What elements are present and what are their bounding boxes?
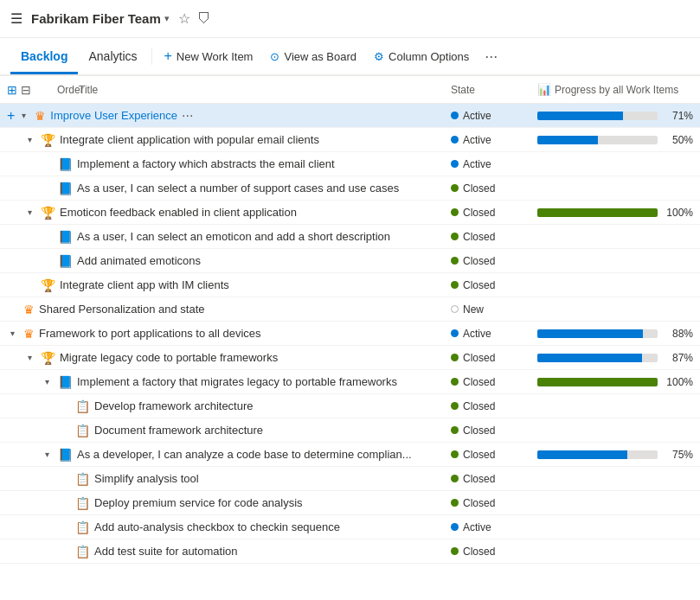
row-title[interactable]: Add auto-analysis checkbox to checkin se… [94,520,340,533]
story-icon: 📘 [58,448,73,462]
epic-icon: ♛ [23,327,35,341]
state-label: Closed [463,279,495,291]
row-title[interactable]: Emoticon feedback enabled in client appl… [60,206,297,219]
epic-icon: ♛ [23,303,35,316]
table-row: ▾ 🏆 Integrate client application with po… [0,128,700,152]
collapse-toggle[interactable]: ▾ [10,329,21,338]
hamburger-icon[interactable]: ☰ [10,10,22,27]
task-icon: 📋 [75,472,90,486]
collapse-toggle[interactable]: ▾ [45,377,55,386]
row-state: Closed [451,255,537,267]
app-container: ☰ Fabrikam Fiber Team ▾ ☆ ⛉ Backlog Anal… [0,0,700,600]
work-items-list: + ▾ ♛ Improve User Experience ··· Active… [0,104,700,600]
state-label: Active [463,158,491,170]
collapse-toggle[interactable]: ▾ [28,135,38,144]
progress-bar [537,450,658,459]
column-options-button[interactable]: ⚙ Column Options [365,45,478,68]
progress-bar [537,354,658,362]
state-dot [451,160,459,168]
state-dot [451,402,459,410]
row-progress: 87% [537,352,693,364]
add-row-icon[interactable]: ⊞ [7,83,17,97]
state-label: Active [463,110,491,122]
team-name-dropdown-icon[interactable]: ▾ [164,13,170,24]
order-header: Order [31,84,79,96]
state-dot [451,499,459,507]
row-title[interactable]: Integrate client application with popula… [60,133,319,146]
state-label: Closed [463,424,495,437]
state-dot [451,475,459,482]
table-row: ▾ 📘 As a developer, I can analyze a code… [0,443,700,467]
task-icon: 📋 [75,545,90,559]
row-title[interactable]: Migrate legacy code to portable framewor… [60,351,278,364]
state-dot [451,305,459,313]
table-row: 📘 As a user, I can select a number of su… [0,176,700,201]
person-icon[interactable]: ⛉ [197,11,211,27]
table-row: 📋 Simplify analysis tool Closed [0,467,700,491]
row-title[interactable]: As a user, I can select an emoticon and … [77,230,390,243]
state-label: Closed [463,231,495,243]
row-more-button[interactable]: ··· [182,108,193,124]
state-dot [451,136,459,144]
view-as-board-button[interactable]: ⊙ View as Board [261,45,365,68]
row-state: Active [451,328,537,340]
row-progress: 71% [537,110,693,122]
row-progress: 50% [537,134,693,146]
state-label: Closed [463,473,495,485]
state-dot [451,184,459,192]
row-title[interactable]: Framework to port applications to all de… [39,327,261,340]
row-title[interactable]: Add test suite for automation [94,545,237,558]
row-title[interactable]: Improve User Experience [50,109,177,122]
row-title[interactable]: Implement a factory that migrates legacy… [77,375,397,388]
row-state: Active [451,134,537,146]
row-title[interactable]: Deploy premium service for code analysis [94,496,303,509]
collapse-toggle[interactable]: ▾ [28,353,38,362]
favorite-icon[interactable]: ☆ [178,10,190,27]
row-state: Closed [451,497,537,509]
progress-fill [537,329,643,338]
row-title[interactable]: Document framework architecture [94,424,263,437]
progress-fill [537,208,658,217]
row-title[interactable]: Integrate client app with IM clients [60,278,229,291]
collapse-toggle[interactable]: ▾ [22,111,32,120]
row-state: New [451,303,537,316]
row-title[interactable]: As a developer, I can analyze a code bas… [77,448,412,461]
state-dot [451,257,459,265]
row-state: Active [451,521,537,533]
expand-all-icon[interactable]: ⊟ [21,83,31,97]
state-dot [451,354,459,361]
feature-icon: 🏆 [41,133,55,147]
row-title[interactable]: Shared Personalization and state [39,303,205,316]
state-dot [451,281,459,289]
row-content: 📋 Add test suite for automation [7,545,451,559]
state-dot [451,208,459,216]
story-icon: 📘 [58,230,73,244]
table-row: 📋 Add auto-analysis checkbox to checkin … [0,515,700,539]
state-dot [451,547,459,555]
story-icon: 📘 [58,182,73,195]
table-row: 📘 Implement a factory which abstracts th… [0,152,700,176]
collapse-toggle[interactable]: ▾ [28,207,38,217]
state-header: State [451,84,537,96]
row-title[interactable]: Add animated emoticons [77,254,201,267]
progress-pct: 100% [663,207,693,219]
state-dot [451,378,459,386]
nav-analytics[interactable]: Analytics [78,41,147,74]
row-title[interactable]: Simplify analysis tool [94,472,199,485]
row-title[interactable]: Implement a factory which abstracts the … [77,157,335,170]
nav-backlog[interactable]: Backlog [10,41,78,74]
add-child-button[interactable]: + [7,108,15,124]
row-title[interactable]: As a user, I can select a number of supp… [77,182,399,195]
progress-pct: 88% [663,328,693,340]
state-label: Closed [463,400,495,412]
progress-fill [537,354,642,362]
new-work-item-button[interactable]: + New Work Item [156,43,262,69]
row-content: 📘 Implement a factory which abstracts th… [7,157,451,171]
nav-more-button[interactable]: ··· [478,44,504,69]
collapse-toggle[interactable]: ▾ [45,450,55,459]
top-bar: ☰ Fabrikam Fiber Team ▾ ☆ ⛉ [0,0,700,38]
row-title[interactable]: Develop framework architecture [94,399,254,412]
progress-pct: 87% [663,352,693,364]
table-row: 📋 Document framework architecture Closed [0,418,700,443]
table-row: ▾ ♛ Framework to port applications to al… [0,322,700,346]
